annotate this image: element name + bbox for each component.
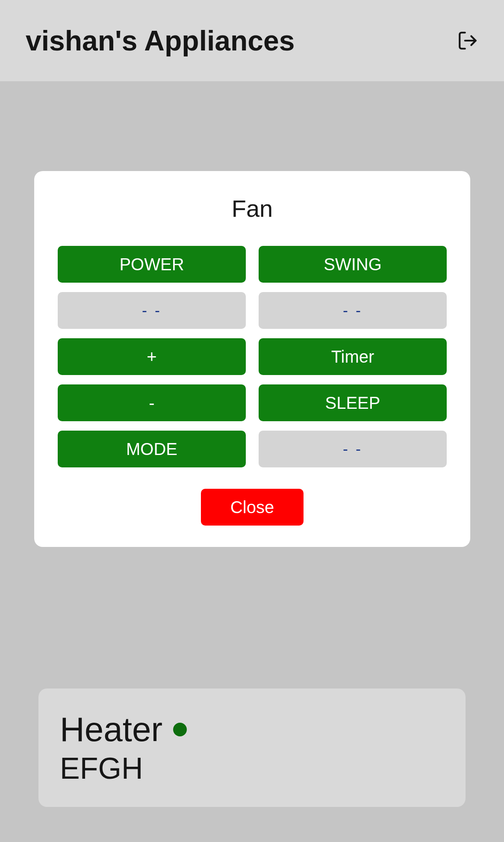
modal-title: Fan xyxy=(58,195,447,222)
empty-button-3: - - xyxy=(259,431,447,467)
plus-button[interactable]: + xyxy=(58,338,246,375)
remote-control-modal: Fan POWER SWING - - - - + Timer - SLEEP … xyxy=(34,171,470,547)
empty-button-1: - - xyxy=(58,292,246,329)
empty-button-2: - - xyxy=(259,292,447,329)
timer-button[interactable]: Timer xyxy=(259,338,447,375)
sleep-button[interactable]: SLEEP xyxy=(259,384,447,421)
mode-button[interactable]: MODE xyxy=(58,431,246,467)
power-button[interactable]: POWER xyxy=(58,246,246,283)
modal-overlay: Fan POWER SWING - - - - + Timer - SLEEP … xyxy=(0,0,504,842)
button-grid: POWER SWING - - - - + Timer - SLEEP MODE… xyxy=(58,246,447,467)
close-button[interactable]: Close xyxy=(201,489,304,526)
minus-button[interactable]: - xyxy=(58,384,246,421)
swing-button[interactable]: SWING xyxy=(259,246,447,283)
